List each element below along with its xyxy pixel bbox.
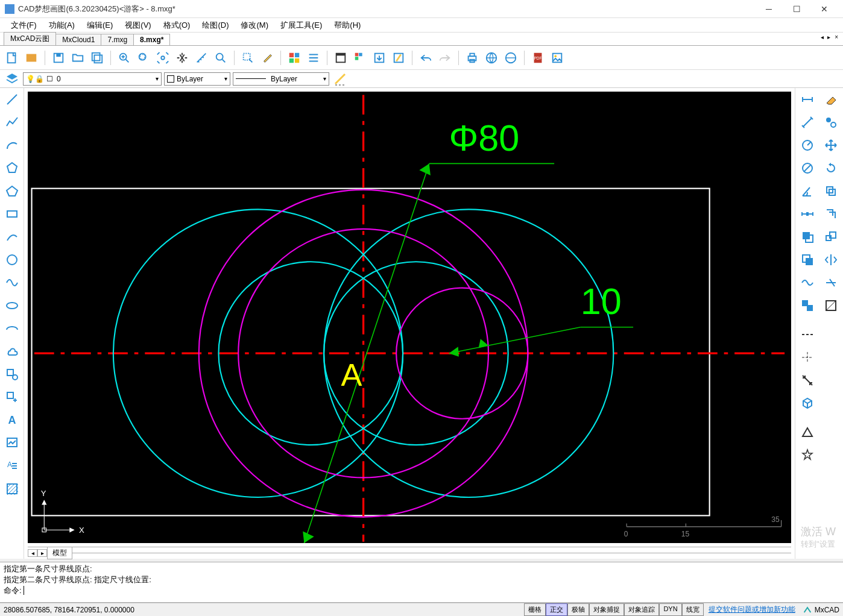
scale-icon[interactable] [822, 228, 840, 246]
dim-angular-icon[interactable] [798, 182, 816, 200]
drawing-canvas[interactable]: Φ80 10 A X Y [28, 92, 791, 543]
command-window[interactable]: 指定第一条尺寸界线原点: 指定第二条尺寸界线原点: 指定尺寸线位置: 命令: [0, 562, 843, 603]
zoom-window-icon[interactable] [135, 49, 152, 66]
undo-icon[interactable] [417, 49, 434, 66]
measure-icon[interactable] [193, 49, 210, 66]
eraser-icon[interactable] [822, 90, 840, 108]
dim-aligned-icon[interactable] [798, 113, 816, 131]
mtext-icon[interactable]: A [3, 457, 21, 475]
toggle-ortho[interactable]: 正交 [546, 603, 567, 616]
menu-edit[interactable]: 编辑(E) [81, 18, 119, 33]
layers-icon[interactable] [4, 72, 21, 86]
export-icon[interactable] [371, 49, 388, 66]
tab-0[interactable]: MxCAD云图 [4, 32, 56, 45]
polygon-icon[interactable] [3, 159, 21, 177]
tab-1[interactable]: MxCloud1 [55, 34, 101, 45]
hatch-icon[interactable] [3, 480, 21, 498]
linetype-combo[interactable]: ByLayer ▾ [233, 72, 329, 86]
rectangle-icon[interactable] [3, 205, 21, 223]
dim-radius-icon[interactable] [798, 136, 816, 154]
block-create-icon[interactable] [3, 388, 21, 406]
color-combo[interactable]: ByLayer ▾ [164, 72, 230, 86]
linetype-edit-icon[interactable] [332, 72, 349, 86]
mirror-icon[interactable] [822, 251, 840, 269]
save-icon[interactable] [50, 49, 67, 66]
toggle-lwt[interactable]: 线宽 [682, 603, 704, 616]
menu-format[interactable]: 格式(O) [157, 18, 197, 33]
layer-combo[interactable]: 💡🔒☐ 0 ▾ [23, 72, 162, 86]
arc-icon[interactable] [3, 136, 21, 154]
model-tab-next[interactable]: ▸ [37, 549, 47, 557]
copy-icon[interactable] [822, 113, 840, 131]
toggle-osnap[interactable]: 对象捕捉 [589, 603, 624, 616]
new-file-icon[interactable] [4, 49, 21, 66]
model-tab[interactable]: 模型 [47, 547, 72, 559]
image-attach-icon[interactable] [3, 434, 21, 452]
revcloud-icon[interactable] [3, 342, 21, 360]
feedback-link[interactable]: 提交软件问题或增加新功能 [709, 605, 795, 615]
open-cloud-icon[interactable] [23, 49, 40, 66]
print-icon[interactable] [464, 49, 481, 66]
zoom-realtime-icon[interactable] [212, 49, 229, 66]
dim-diameter-icon[interactable] [798, 159, 816, 177]
cube-icon[interactable] [798, 394, 816, 412]
menu-help[interactable]: 帮助(H) [328, 18, 367, 33]
polyline-icon[interactable] [3, 113, 21, 131]
pdf-icon[interactable]: PDF [529, 49, 546, 66]
wave-icon[interactable] [798, 274, 816, 292]
color-grid-icon[interactable] [286, 49, 303, 66]
palette-icon[interactable] [352, 49, 368, 66]
bring-front-icon[interactable] [798, 228, 816, 246]
zoom-in-icon[interactable] [116, 49, 133, 66]
properties-icon[interactable] [390, 49, 407, 66]
gradient-icon[interactable] [822, 297, 840, 315]
menu-ext[interactable]: 扩展工具(E) [274, 18, 328, 33]
pentagon-icon[interactable] [3, 182, 21, 200]
pan-icon[interactable] [174, 49, 191, 66]
image-icon[interactable] [549, 49, 566, 66]
send-back-icon[interactable] [798, 251, 816, 269]
triangle-icon[interactable] [798, 423, 816, 441]
offset2-icon[interactable] [822, 205, 840, 223]
spline-icon[interactable] [3, 274, 21, 292]
toggle-polar[interactable]: 极轴 [567, 603, 589, 616]
dash-line-icon[interactable] [798, 325, 816, 344]
offset-icon[interactable] [822, 182, 840, 200]
group-icon[interactable] [798, 297, 816, 315]
list-icon[interactable] [305, 49, 322, 66]
maximize-button[interactable]: ☐ [783, 0, 810, 18]
centerline-icon[interactable] [798, 348, 816, 366]
web2-icon[interactable] [502, 49, 519, 66]
save-as-icon[interactable] [89, 49, 106, 66]
menu-function[interactable]: 功能(A) [43, 18, 81, 33]
menu-view[interactable]: 视图(V) [119, 18, 157, 33]
line-icon[interactable] [3, 90, 21, 108]
window-icon[interactable] [332, 49, 349, 66]
tab-3[interactable]: 8.mxg* [133, 34, 170, 45]
dim-continue-icon[interactable] [798, 205, 816, 223]
section-icon[interactable] [798, 371, 816, 389]
web-icon[interactable] [483, 49, 500, 66]
open-folder-icon[interactable] [69, 49, 86, 66]
select-icon[interactable] [239, 49, 256, 66]
close-button[interactable]: ✕ [810, 0, 838, 18]
zoom-extents-icon[interactable] [154, 49, 171, 66]
trim-icon[interactable] [822, 274, 840, 292]
menu-file[interactable]: 文件(F) [5, 18, 43, 33]
toggle-otrack[interactable]: 对象追踪 [624, 603, 659, 616]
ellipse-arc-icon[interactable] [3, 319, 21, 338]
minimize-button[interactable]: ─ [755, 0, 783, 18]
rotate-icon[interactable] [822, 159, 840, 177]
toggle-grid[interactable]: 栅格 [524, 603, 546, 616]
redo-icon[interactable] [437, 49, 453, 66]
toggle-dyn[interactable]: DYN [659, 603, 681, 616]
star-icon[interactable] [798, 446, 816, 464]
ellipse-icon[interactable] [3, 297, 21, 315]
menu-draw[interactable]: 绘图(D) [196, 18, 235, 33]
menu-modify[interactable]: 修改(M) [235, 18, 274, 33]
tab-nav-arrows[interactable]: ◂ ▸ × [821, 34, 839, 40]
move-icon[interactable] [822, 136, 840, 154]
text-icon[interactable]: A [3, 411, 21, 429]
block-insert-icon[interactable] [3, 365, 21, 383]
circle-icon[interactable] [3, 251, 21, 269]
